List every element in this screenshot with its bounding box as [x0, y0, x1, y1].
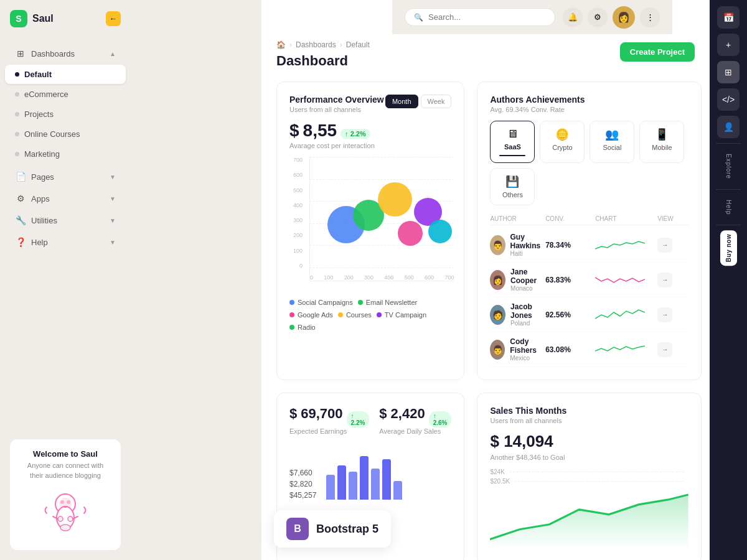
author-tab-social[interactable]: 👥 Social	[590, 121, 634, 163]
avatar-cody: 👨	[490, 340, 505, 360]
sidebar-label-ecommerce: eCommerce	[24, 90, 116, 99]
performance-overview-card: Performance Overview Users from all chan…	[276, 82, 464, 380]
view-btn-jacob[interactable]: →	[657, 307, 672, 322]
code-btn[interactable]: </>	[717, 88, 740, 111]
bubble-google	[378, 182, 412, 217]
topbar: 🔍 🔔 ⚙ 👩 ⋮	[392, 0, 672, 34]
notifications-btn[interactable]: 🔔	[563, 7, 583, 27]
breadcrumb-default[interactable]: Default	[346, 40, 370, 49]
sidebar-label-pages: Pages	[31, 172, 105, 182]
calendar-btn[interactable]: 📅	[717, 6, 740, 29]
grid-btn[interactable]: ⊞	[717, 61, 740, 83]
metric-value: $ 8,55 2.2%	[289, 121, 451, 141]
authors-achievements-card: Authors Achievements Avg. 69.34% Conv. R…	[477, 82, 702, 380]
conv-rate: 92.56%	[545, 310, 595, 319]
author-row: 🧑 Jacob Jones Poland 92.56% →	[490, 297, 688, 332]
sidebar-item-ecommerce[interactable]: eCommerce	[5, 85, 126, 104]
app-logo: S	[10, 10, 27, 27]
sidebar-item-utilities[interactable]: 🔧 Utilities ▼	[5, 210, 126, 231]
sidebar-item-dashboards[interactable]: ⊞ Dashboards ▲	[5, 43, 126, 64]
bar-chart	[326, 450, 402, 500]
bubble-radio	[428, 220, 452, 243]
settings-btn[interactable]: ⚙	[588, 7, 608, 27]
sidebar-item-projects[interactable]: Projects	[5, 105, 126, 124]
tab-month[interactable]: Month	[385, 95, 418, 108]
bubble-chart-wrapper: 700 600 500 400 300 200 100 0	[312, 157, 451, 281]
main-content: 🔍 🔔 ⚙ 👩 ⋮ 🏠 › Dashboards › Default Dashb…	[261, 0, 710, 560]
author-tab-saas[interactable]: 🖥 SaaS	[490, 121, 535, 163]
author-country: Haiti	[510, 250, 546, 257]
user-btn[interactable]: 👤	[717, 116, 740, 138]
bubble-chart: 0 100 200 300 400 500 600 700	[309, 157, 454, 281]
help-icon: ❓	[15, 236, 26, 248]
author-tab-others[interactable]: 💾 Others	[490, 168, 535, 205]
sales-subtitle: Users from all channels	[490, 417, 566, 424]
stats-list: $7,660 $2,820 $45,257	[289, 469, 316, 500]
more-btn[interactable]: ⋮	[640, 7, 660, 27]
sidebar: S Saul ← ⊞ Dashboards ▲ Default eCommerc…	[0, 0, 131, 560]
buy-now-button[interactable]: Buy now	[720, 230, 737, 266]
author-tab-crypto[interactable]: 🪙 Crypto	[540, 121, 585, 163]
sidebar-label-default: Default	[24, 70, 116, 79]
sidebar-item-default[interactable]: Default	[5, 65, 126, 84]
sidebar-item-online-courses[interactable]: Online Courses	[5, 124, 126, 144]
card-title-group: Performance Overview Users from all chan…	[289, 95, 384, 113]
author-info: 🧑 Jacob Jones Poland	[490, 302, 545, 327]
chevron-icon: ▼	[110, 239, 116, 246]
social-icon: 👥	[605, 128, 619, 141]
author-country: Poland	[510, 320, 545, 327]
bootstrap-badge: B Bootstrap 5	[274, 510, 391, 548]
sparkline-jacob	[595, 307, 645, 322]
sidebar-toggle[interactable]: ←	[106, 11, 121, 26]
author-info: 👨 Cody Fishers Mexico	[490, 337, 545, 362]
view-btn-jane[interactable]: →	[657, 273, 672, 287]
sales-metric: $ 14,094	[490, 432, 688, 451]
welcome-card: Welcome to Saul Anyone can connect with …	[10, 439, 121, 550]
pages-icon: 📄	[15, 171, 26, 182]
sidebar-item-apps[interactable]: ⚙ Apps ▼	[5, 188, 126, 209]
daily-badge: 2.6%	[429, 411, 452, 427]
app-name: Saul	[32, 13, 54, 24]
sidebar-item-help[interactable]: ❓ Help ▼	[5, 231, 126, 253]
sidebar-label-online-courses: Online Courses	[24, 129, 116, 139]
tab-group: Month Week	[385, 95, 452, 108]
user-avatar[interactable]: 👩	[613, 6, 635, 29]
sidebar-item-pages[interactable]: 📄 Pages ▼	[5, 166, 126, 187]
sales-area-chart	[490, 490, 688, 549]
sidebar-label-marketing: Marketing	[24, 149, 116, 159]
daily-label: Average Daily Sales	[379, 427, 451, 435]
svg-point-8	[60, 500, 64, 504]
view-btn-guy[interactable]: →	[657, 238, 672, 253]
author-tab-mobile[interactable]: 📱 Mobile	[639, 121, 684, 163]
legend-courses: Courses	[338, 311, 372, 319]
tab-week[interactable]: Week	[421, 95, 452, 108]
chevron-icon: ▼	[110, 195, 116, 202]
search-box[interactable]: 🔍	[405, 8, 555, 26]
sidebar-item-marketing[interactable]: Marketing	[5, 144, 126, 164]
sales-this-month-card: Sales This Months Users from all channel…	[477, 393, 702, 560]
earnings-label: Expected Earnings	[289, 427, 369, 435]
svg-point-7	[60, 525, 70, 531]
help-label[interactable]: Help	[725, 195, 732, 220]
dashboards-icon: ⊞	[15, 48, 26, 59]
sidebar-label-projects: Projects	[24, 110, 116, 119]
author-name: Jane Cooper	[510, 268, 545, 285]
sidebar-label-utilities: Utilities	[31, 216, 105, 225]
explore-label[interactable]: Explore	[725, 149, 732, 184]
plus-btn[interactable]: +	[717, 34, 740, 56]
view-btn-cody[interactable]: →	[657, 342, 672, 357]
avatar-jacob: 🧑	[490, 305, 505, 325]
mobile-icon: 📱	[655, 128, 669, 141]
author-country: Mexico	[510, 355, 545, 362]
breadcrumb-dashboards[interactable]: Dashboards	[296, 40, 336, 49]
create-project-button[interactable]: Create Project	[620, 42, 695, 62]
sales-chart: $24K $20.5K	[490, 469, 688, 485]
earnings-badge: 2.2%	[347, 411, 370, 427]
author-name: Guy Hawkins	[510, 233, 546, 250]
search-input[interactable]	[428, 12, 546, 22]
y-axis: 700 600 500 400 300 200 100 0	[293, 157, 305, 269]
bubble-courses	[398, 221, 423, 246]
sidebar-label-apps: Apps	[31, 194, 105, 203]
right-panel: 📅 + ⊞ </> 👤 Explore Help Buy now	[710, 0, 747, 560]
x-axis: 0 100 200 300 400 500 600 700	[310, 274, 454, 281]
